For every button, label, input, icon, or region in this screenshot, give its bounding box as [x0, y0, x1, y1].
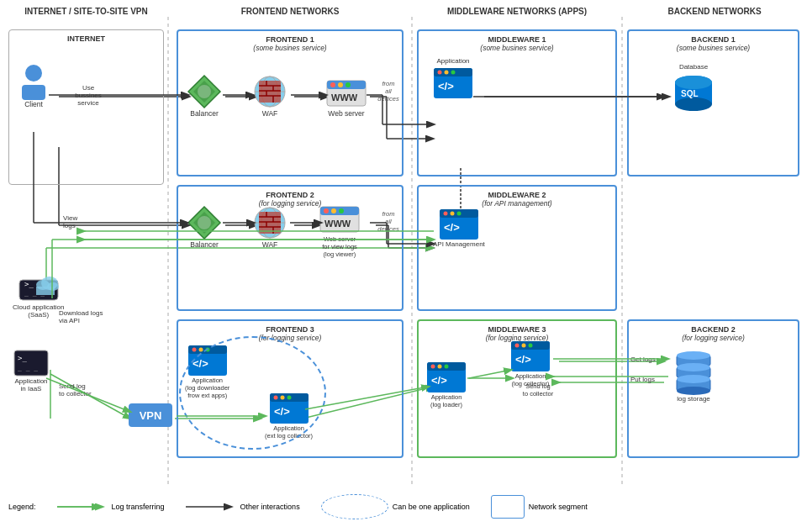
waf1-icon: WAF [252, 74, 287, 118]
svg-point-113 [445, 365, 449, 369]
svg-point-124 [677, 363, 710, 371]
svg-text:</>: </> [193, 357, 208, 370]
cloud-app-icon: >_ _ _ _ Cloud application(SaaS) [13, 273, 64, 319]
svg-point-93 [443, 212, 447, 216]
balancer1-icon: Balancer [187, 74, 222, 118]
svg-text:SQL: SQL [681, 89, 699, 98]
waf2-icon: WAF [252, 205, 287, 249]
app-log-loader-icon: </> Application(log loader) [426, 361, 467, 408]
put-logs-label: Put logs [630, 376, 655, 383]
svg-point-95 [456, 212, 461, 216]
svg-point-69 [675, 76, 712, 89]
svg-text:</>: </> [431, 374, 447, 387]
middleware2-zone: MIDDLEWARE 2 (for API management) [417, 185, 617, 311]
send-log-label: Send logto collector [59, 382, 113, 398]
svg-point-89 [339, 208, 344, 213]
svg-point-63 [445, 71, 449, 75]
svg-text:WWW: WWW [331, 92, 358, 103]
svg-point-99 [192, 348, 196, 352]
svg-point-101 [205, 348, 209, 352]
download-logs-label: Download logsvia API [59, 309, 113, 324]
svg-text:</>: </> [515, 353, 531, 366]
svg-text:_ _ _: _ _ _ [18, 364, 38, 371]
svg-text:WWW: WWW [324, 219, 351, 229]
legend: Legend: Log transferring [8, 494, 588, 519]
svg-point-94 [450, 212, 454, 216]
diagram: INTERNET / SITE-TO-SITE VPN FRONTEND NET… [0, 0, 807, 532]
svg-point-57 [338, 82, 343, 87]
col-header-backend: BACKEND NETWORKS [626, 7, 803, 16]
api-management-icon: </> API Management [433, 208, 485, 248]
frontend1-title: FRONTEND 1 (some busines service) [178, 35, 402, 52]
middleware1-title: MIDDLEWARE 1 (some busines service) [419, 35, 615, 52]
svg-point-58 [345, 82, 351, 87]
legend-one-app: Can be one application [321, 494, 470, 519]
legend-log-transfer: Log transferring [57, 502, 165, 512]
vpn-icon: VPN [129, 403, 172, 427]
svg-point-111 [431, 365, 435, 369]
middleware1-zone: MIDDLEWARE 1 (some busines service) [417, 29, 617, 176]
svg-point-107 [287, 396, 291, 400]
app-downloader-icon: </> Application(log downloaderfrow ext a… [185, 345, 229, 399]
frontend3-title: FRONTEND 3 (for logging service) [178, 325, 402, 342]
svg-point-106 [280, 396, 284, 400]
log-storage-icon: log storage [672, 349, 715, 403]
app-iaas-icon: >_ _ _ _ Applicationin IaaS [13, 349, 50, 392]
view-logs-label: Viewlogs [63, 214, 105, 229]
from-all-devices1: fromalldevices [372, 80, 404, 103]
col-header-internet: INTERNET / SITE-TO-SITE VPN [8, 7, 164, 16]
svg-point-87 [324, 208, 329, 213]
internet-zone-title: INTERNET [9, 34, 163, 43]
svg-text:</>: </> [274, 405, 290, 418]
svg-point-127 [677, 387, 710, 395]
svg-point-56 [330, 82, 335, 87]
svg-rect-77 [259, 212, 281, 234]
svg-point-119 [529, 344, 533, 348]
svg-point-122 [677, 351, 710, 360]
from-all-devices2: fromalldevices [372, 210, 404, 233]
app-log-collector-icon: </> Application(log collector) [510, 340, 551, 387]
backend2-title: BACKEND 2 (for logging service) [629, 325, 798, 342]
svg-point-112 [438, 365, 442, 369]
svg-text:</>: </> [438, 80, 454, 92]
col-header-middleware: MIDDLEWARE NETWORKS (APPS) [416, 7, 618, 16]
application1-icon: Application </> [433, 57, 473, 99]
webserver2-icon: WWW Web serverfor view logs(log viewer) [319, 202, 360, 258]
legend-network-segment: Network segment [491, 495, 588, 519]
webserver1-icon: WWW Web server [326, 76, 367, 118]
svg-point-28 [25, 65, 42, 82]
legend-label: Legend: [8, 503, 36, 511]
svg-rect-36 [36, 287, 55, 295]
svg-rect-29 [22, 85, 45, 100]
middleware2-title: MIDDLEWARE 2 (for API management) [419, 191, 615, 208]
svg-point-126 [677, 375, 710, 383]
col-header-frontend: FRONTEND NETWORKS [172, 7, 408, 16]
svg-point-118 [522, 344, 526, 348]
svg-point-117 [515, 344, 520, 348]
svg-point-105 [273, 396, 277, 400]
app-collector-ext-icon: </> Application(ext log collector) [265, 392, 313, 440]
svg-text:>_: >_ [24, 280, 34, 288]
send-log-collector-label: Send logto collector [513, 382, 563, 398]
backend1-title: BACKEND 1 (some busines service) [629, 35, 798, 52]
svg-point-64 [451, 71, 456, 75]
get-logs-label: Get logs [630, 356, 656, 363]
use-service-label: Usebussinesservice [63, 84, 113, 107]
legend-other-interactions: Other interactions [186, 502, 300, 512]
client-icon: Client [18, 63, 49, 108]
svg-text:</>: </> [444, 221, 460, 234]
svg-point-62 [438, 71, 442, 75]
svg-text:>_: >_ [18, 354, 27, 362]
svg-point-100 [198, 348, 203, 352]
middleware3-title: MIDDLEWARE 3 (for logging service) [419, 325, 615, 342]
svg-rect-46 [259, 81, 281, 103]
database1-icon: Database SQL [672, 63, 715, 114]
svg-point-88 [331, 208, 336, 213]
balancer2-icon: Balancer [187, 205, 222, 249]
svg-point-68 [675, 97, 712, 111]
